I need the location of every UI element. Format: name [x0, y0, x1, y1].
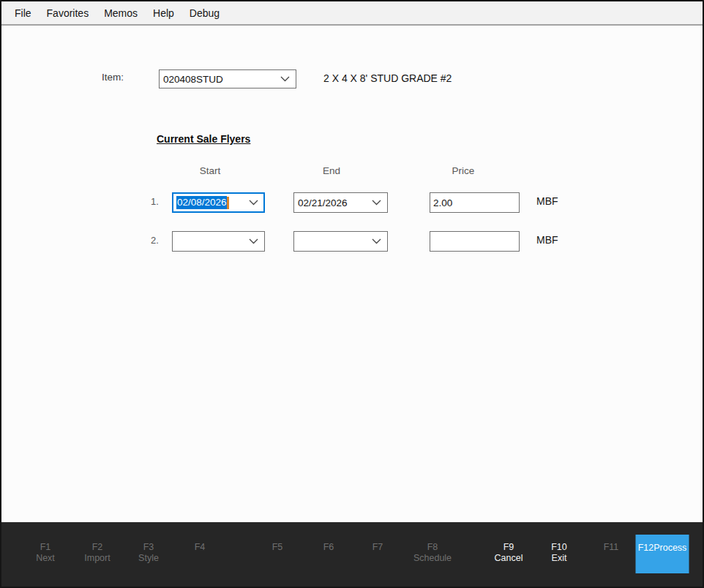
menu-bar: File Favorites Memos Help Debug	[1, 1, 703, 26]
flyer1-end-combobox[interactable]: 02/21/2026	[293, 192, 388, 213]
chevron-down-icon	[372, 200, 381, 206]
f2-import-button: F2Import	[68, 542, 127, 564]
chevron-down-icon	[249, 200, 258, 206]
menu-debug[interactable]: Debug	[190, 7, 220, 19]
f8-schedule-button: F8Schedule	[403, 542, 462, 564]
column-header-price: Price	[452, 165, 475, 176]
f3-style-button: F3Style	[119, 542, 178, 564]
flyer2-price-input[interactable]	[430, 231, 520, 252]
item-combobox-value: 020408STUD	[163, 74, 223, 85]
flyer1-price-input[interactable]	[430, 192, 520, 213]
item-combobox[interactable]: 020408STUD	[159, 69, 296, 88]
chevron-down-icon	[372, 238, 381, 244]
flyer1-start-value: 02/08/2026	[176, 197, 229, 209]
flyer2-end-combobox[interactable]	[293, 231, 388, 252]
text-caret	[227, 197, 229, 209]
function-key-bar: F1Next F2Import F3Style F4 F5 F6 F7 F8Sc…	[1, 522, 703, 587]
flyer-row1-number: 1.	[151, 196, 159, 207]
menu-favorites[interactable]: Favorites	[47, 7, 89, 19]
flyer1-end-value: 02/21/2026	[298, 197, 348, 208]
f1-next-button: F1Next	[16, 542, 75, 564]
f7-button: F7	[348, 542, 407, 553]
chevron-down-icon	[280, 76, 290, 82]
f10-exit-button[interactable]: F10Exit	[530, 542, 588, 564]
item-description: 2 X 4 X 8' STUD GRADE #2	[323, 72, 452, 84]
f11-button: F11	[582, 542, 640, 553]
flyer1-start-combobox[interactable]: 02/08/2026	[172, 192, 265, 213]
menu-file[interactable]: File	[15, 7, 31, 19]
sale-flyers-heading: Current Sale Flyers	[157, 133, 250, 145]
flyer-row2-number: 2.	[151, 235, 159, 246]
f12-process-button[interactable]: F12Process	[636, 535, 689, 573]
menu-memos[interactable]: Memos	[104, 7, 138, 19]
flyer2-unit-label: MBF	[536, 234, 558, 246]
column-header-end: End	[323, 165, 340, 176]
main-area: Item: 020408STUD 2 X 4 X 8' STUD GRADE #…	[1, 27, 703, 521]
f9-cancel-button[interactable]: F9Cancel	[479, 542, 538, 564]
app-window: File Favorites Memos Help Debug Item: 02…	[0, 0, 704, 588]
f4-button: F4	[171, 542, 229, 553]
flyer2-start-combobox[interactable]	[172, 231, 265, 252]
item-label: Item:	[102, 72, 124, 83]
chevron-down-icon	[249, 238, 258, 244]
column-header-start: Start	[200, 165, 221, 176]
f5-button: F5	[248, 542, 307, 553]
flyer1-unit-label: MBF	[536, 195, 558, 207]
menu-help[interactable]: Help	[153, 7, 174, 19]
